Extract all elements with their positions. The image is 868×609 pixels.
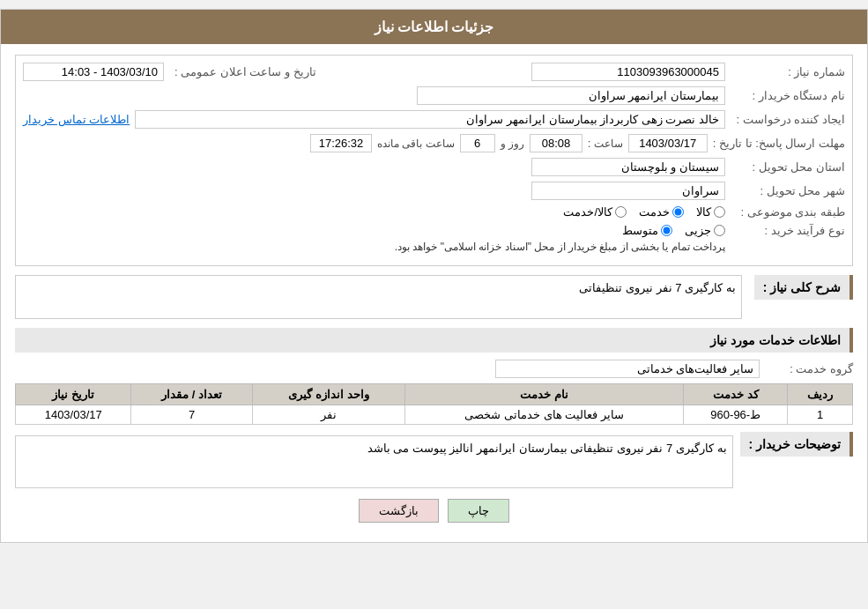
radio-mottaset-label: متوسط (622, 224, 658, 237)
grouh-label: گروه خدمت : (765, 362, 853, 375)
radio-kala-khadmat-label: کالا/خدمت (563, 205, 612, 219)
shomareNiaz-value: 1103093963000045 (531, 63, 725, 81)
radio-kala-khadmat[interactable]: کالا/خدمت (563, 205, 627, 219)
tarikh-value: 1403/03/17 (628, 134, 708, 152)
namDastgah-label: نام دستگاه خریدار : (731, 89, 845, 102)
shahr-label: شهر محل تحویل : (731, 184, 845, 197)
radio-jozi[interactable]: جزیی (685, 224, 725, 237)
col-nam: نام خدمت (405, 384, 684, 405)
namDastgah-value: بیمارستان ایرانمهر سراوان (417, 86, 725, 105)
rooz-value: 6 (460, 134, 495, 152)
radio-jozi-label: جزیی (685, 224, 711, 237)
ijadKonande-value: خالد نصرت زهی کاربرداز بیمارستان ایرانمه… (135, 110, 725, 129)
ostan-label: استان محل تحویل : (731, 160, 845, 174)
noefarayand-desc: پرداخت تمام یا بخشی از مبلغ خریدار از مح… (23, 241, 725, 253)
cell-tedad: 7 (131, 405, 252, 425)
cell-vahed: نفر (252, 405, 404, 425)
cell-nam: سایر فعالیت های خدماتی شخصی (405, 405, 684, 425)
saate-label: ساعت : (588, 137, 623, 150)
saatebaqi-label: ساعت باقی مانده (377, 137, 455, 150)
etelaat-link[interactable]: اطلاعات تماس خریدار (23, 113, 130, 126)
print-button[interactable]: چاپ (448, 499, 509, 523)
saate-value: 08:08 (530, 134, 582, 152)
tarikhElan-label: تاریخ و ساعت اعلان عمومی : (174, 65, 316, 78)
tafzilatKharridar-value: به کارگیری 7 نفر نیروی تنظیفاتی بیمارستا… (15, 435, 733, 488)
sharhKoli-value: به کارگیری 7 نفر نیروی تنظیفاتی (15, 275, 742, 319)
khadamat-table: ردیف کد خدمت نام خدمت واحد اندازه گیری ت… (15, 383, 853, 425)
cell-kod: ط-96-960 (684, 405, 788, 425)
tabaqeBandi-label: طبقه بندی موضوعی : (731, 205, 845, 219)
col-kod: کد خدمت (684, 384, 788, 405)
radio-mottaset[interactable]: متوسط (622, 224, 672, 237)
col-radif: ردیف (788, 384, 853, 405)
radio-khadmat[interactable]: خدمت (639, 205, 684, 219)
radio-khadmat-label: خدمت (639, 205, 670, 219)
ostan-value: سیستان و بلوچستان (531, 158, 725, 176)
radio-kala[interactable]: کالا (696, 205, 725, 219)
tarikhElan-value: 1403/03/10 - 14:03 (23, 63, 164, 81)
col-vahed: واحد اندازه گیری (252, 384, 404, 405)
radio-kala-label: کالا (696, 205, 711, 219)
back-button[interactable]: بازگشت (359, 499, 439, 523)
col-tarikh: تاریخ نیاز (16, 384, 131, 405)
col-tedad: تعداد / مقدار (131, 384, 252, 405)
noefarayand-label: نوع فرآیند خرید : (731, 224, 845, 237)
shomareNiaz-label: شماره نیاز : (731, 65, 845, 78)
saatebaqi-value: 17:26:32 (310, 134, 372, 152)
khadamat-section-title: اطلاعات خدمات مورد نیاز (15, 328, 853, 353)
tafzilatKharridar-label: توضیحات خریدار : (740, 432, 853, 457)
ijadKonande-label: ایجاد کننده درخواست : (731, 113, 845, 126)
table-row: 1 ط-96-960 سایر فعالیت های خدماتی شخصی ن… (16, 405, 853, 425)
grouh-value: سایر فعالیت‌های خدماتی (495, 360, 760, 378)
rooz-label: روز و (501, 137, 524, 150)
sharhKoli-label: شرح کلی نیاز : (754, 275, 853, 300)
mohlatIrsal-label: مهلت ارسال پاسخ: تا تاریخ : (713, 137, 845, 150)
cell-radif: 1 (788, 405, 853, 425)
shahr-value: سراوان (531, 182, 725, 200)
cell-tarikh: 1403/03/17 (16, 405, 131, 425)
page-title: جزئیات اطلاعات نیاز (1, 10, 867, 44)
